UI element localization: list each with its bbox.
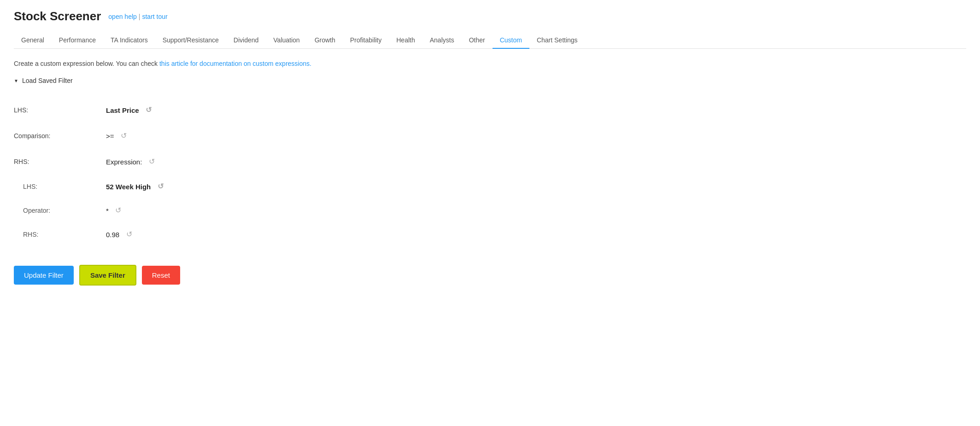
reset-button[interactable]: Reset [142,266,180,285]
rhs-rhs-label: RHS: [14,231,106,238]
rhs-expression-label: Expression: [106,158,142,166]
page-title: Stock Screener [14,9,101,23]
rhs-row: RHS: Expression: ↺ [14,149,966,175]
update-filter-button[interactable]: Update Filter [14,266,74,285]
rhs-rhs-value-container[interactable]: 0.98 ↺ [106,229,134,239]
comparison-label: Comparison: [14,132,106,140]
tab-custom[interactable]: Custom [493,32,529,48]
tab-valuation[interactable]: Valuation [266,32,307,48]
description-text: Create a custom expression below. You ca… [14,60,159,67]
rhs-rhs-value: 0.98 [106,231,119,239]
rhs-lhs-reset-icon[interactable]: ↺ [155,181,165,192]
footer-buttons: Update Filter Save Filter Reset [14,265,966,286]
tab-other[interactable]: Other [462,32,493,48]
description: Create a custom expression below. You ca… [14,59,966,69]
start-tour-link[interactable]: start tour [142,13,167,20]
load-saved-filter-button[interactable]: ▼ Load Saved Filter [14,77,966,84]
description-link[interactable]: this article for documentation on custom… [159,60,311,67]
comparison-row: Comparison: >= ↺ [14,123,966,149]
tab-performance[interactable]: Performance [52,32,103,48]
comparison-value-container[interactable]: >= ↺ [106,131,129,141]
load-saved-filter-label: Load Saved Filter [22,77,73,84]
rhs-rhs-reset-icon[interactable]: ↺ [124,229,134,239]
rhs-expression-reset-icon[interactable]: ↺ [147,157,157,167]
rhs-operator-value: * [106,207,109,215]
tab-dividend[interactable]: Dividend [226,32,266,48]
tab-health[interactable]: Health [389,32,422,48]
lhs-value-container[interactable]: Last Price ↺ [106,105,154,115]
tab-analysts[interactable]: Analysts [423,32,462,48]
rhs-expression-container: Expression: ↺ [106,157,157,167]
tab-navigation: General Performance TA Indicators Suppor… [14,32,966,49]
comparison-reset-icon[interactable]: ↺ [119,131,129,141]
lhs-row: LHS: Last Price ↺ [14,97,966,123]
open-help-link[interactable]: open help [108,13,137,20]
tab-profitability[interactable]: Profitability [343,32,389,48]
tab-growth[interactable]: Growth [307,32,343,48]
custom-expression-form: LHS: Last Price ↺ Comparison: >= ↺ RHS: … [14,97,966,246]
lhs-value: Last Price [106,106,139,114]
comparison-value: >= [106,132,114,140]
header: Stock Screener open help | start tour [14,9,966,23]
save-filter-button[interactable]: Save Filter [79,265,136,286]
tab-general[interactable]: General [14,32,52,48]
rhs-operator-value-container[interactable]: * ↺ [106,205,123,216]
header-links: open help | start tour [108,13,167,20]
rhs-lhs-label: LHS: [14,183,106,190]
tab-support-resistance[interactable]: Support/Resistance [155,32,226,48]
rhs-operator-row: Operator: * ↺ [14,198,966,222]
rhs-lhs-row: LHS: 52 Week High ↺ [14,175,966,198]
tab-ta-indicators[interactable]: TA Indicators [103,32,155,48]
rhs-lhs-value: 52 Week High [106,183,151,191]
rhs-operator-reset-icon[interactable]: ↺ [113,205,123,216]
rhs-rhs-row: RHS: 0.98 ↺ [14,222,966,246]
lhs-reset-icon[interactable]: ↺ [144,105,154,115]
link-separator: | [139,13,141,20]
tab-chart-settings[interactable]: Chart Settings [529,32,585,48]
rhs-label: RHS: [14,158,106,165]
dropdown-arrow-icon: ▼ [14,78,18,83]
rhs-operator-label: Operator: [14,207,106,214]
rhs-lhs-value-container[interactable]: 52 Week High ↺ [106,181,165,192]
lhs-label: LHS: [14,106,106,114]
